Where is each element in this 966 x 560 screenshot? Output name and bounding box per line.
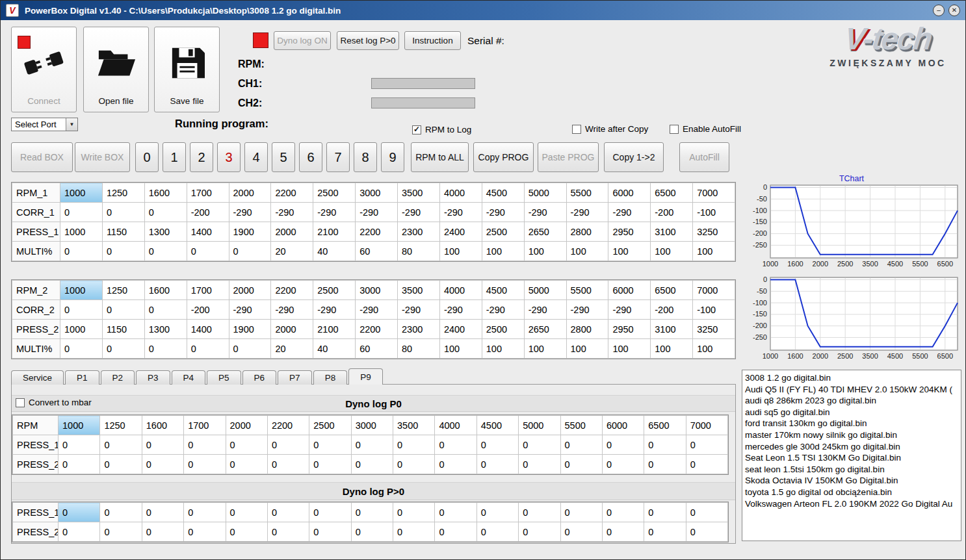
tab-p2[interactable]: P2 <box>101 370 135 385</box>
grid-cell[interactable]: 0 <box>187 242 229 261</box>
grid-cell[interactable]: 0 <box>144 300 187 320</box>
grid-cell[interactable]: 1900 <box>229 222 271 242</box>
grid-cell[interactable]: 0 <box>142 522 183 542</box>
rpm-to-log-checkbox[interactable]: RPM to Log <box>412 125 471 134</box>
grid-cell[interactable]: 7000 <box>693 183 735 203</box>
grid-cell[interactable]: 2800 <box>566 320 608 339</box>
grid-cell[interactable]: 0 <box>142 435 183 455</box>
grid-cell[interactable]: 1700 <box>187 281 229 300</box>
grid-cell[interactable]: -290 <box>356 203 398 222</box>
grid-cell[interactable]: 0 <box>229 242 271 261</box>
grid-cell[interactable]: 0 <box>560 455 602 474</box>
grid-cell[interactable]: 1000 <box>60 222 103 242</box>
program-digit-button-7[interactable]: 7 <box>326 142 350 172</box>
grid-cell[interactable]: 0 <box>184 522 226 542</box>
read-box-button[interactable]: Read BOX <box>11 142 73 172</box>
grid-cell[interactable]: 3000 <box>356 281 398 300</box>
copy-prog-button[interactable]: Copy PROG <box>473 142 534 172</box>
save-file-button[interactable]: Save file <box>154 27 220 112</box>
tab-p7[interactable]: P7 <box>278 370 312 385</box>
grid-cell[interactable]: 80 <box>398 339 440 359</box>
grid-cell[interactable]: 0 <box>519 503 560 522</box>
grid-cell[interactable]: 0 <box>602 503 644 522</box>
grid-cell[interactable]: 100 <box>608 339 651 359</box>
grid-cell[interactable]: 100 <box>608 242 651 261</box>
grid-cell[interactable]: 0 <box>644 455 686 474</box>
grid-cell[interactable]: 0 <box>267 522 309 542</box>
grid-cell[interactable]: 5500 <box>566 183 608 203</box>
grid-cell[interactable]: 0 <box>267 503 309 522</box>
grid-cell[interactable]: 40 <box>313 339 356 359</box>
grid-cell[interactable]: 1600 <box>142 416 183 435</box>
grid-cell[interactable]: 0 <box>100 455 142 474</box>
grid-cell[interactable]: 2500 <box>313 281 356 300</box>
grid-cell[interactable]: 2200 <box>267 416 309 435</box>
grid-cell[interactable]: 0 <box>100 522 142 542</box>
autofill-button[interactable]: AutoFill <box>679 142 729 172</box>
grid-cell[interactable]: 2500 <box>313 183 356 203</box>
grid-cell[interactable]: 0 <box>59 455 100 474</box>
grid-cell[interactable]: 0 <box>644 503 686 522</box>
paste-prog-button[interactable]: Paste PROG <box>538 142 599 172</box>
grid-cell[interactable]: -290 <box>482 203 524 222</box>
grid-cell[interactable]: 3500 <box>398 183 440 203</box>
grid-cell[interactable]: 0 <box>393 455 435 474</box>
tab-p9[interactable]: P9 <box>348 368 383 385</box>
tab-p3[interactable]: P3 <box>136 370 170 385</box>
grid-cell[interactable]: 1150 <box>102 222 144 242</box>
grid-cell[interactable]: 2000 <box>226 416 267 435</box>
grid-cell[interactable]: 0 <box>351 522 393 542</box>
file-list-item[interactable]: Volkswagen Arteon FL 2.0 190KM 2022 Go D… <box>742 498 961 510</box>
grid-cell[interactable]: 3000 <box>351 416 393 435</box>
grid-cell[interactable]: 40 <box>313 242 356 261</box>
grid-cell[interactable]: 1000 <box>60 183 103 203</box>
grid-cell[interactable]: 0 <box>60 242 103 261</box>
reset-log-button[interactable]: Reset log P>0 <box>337 31 399 50</box>
grid-cell[interactable]: 1600 <box>144 183 187 203</box>
grid-cell[interactable]: 0 <box>519 522 560 542</box>
grid-cell[interactable]: 2100 <box>313 320 356 339</box>
grid-cell[interactable]: 0 <box>102 339 144 359</box>
grid-cell[interactable]: 0 <box>102 300 144 320</box>
grid-cell[interactable]: 1250 <box>102 183 144 203</box>
program-digit-button-0[interactable]: 0 <box>135 142 159 172</box>
grid-cell[interactable]: 0 <box>435 503 476 522</box>
grid-cell[interactable]: -100 <box>693 300 735 320</box>
grid-cell[interactable]: 0 <box>59 522 100 542</box>
grid-cell[interactable]: 100 <box>524 242 566 261</box>
grid-cell[interactable]: 0 <box>435 522 476 542</box>
grid-cell[interactable]: 0 <box>309 503 351 522</box>
grid-cell[interactable]: 2650 <box>524 320 566 339</box>
grid-cell[interactable]: 3000 <box>356 183 398 203</box>
grid-cell[interactable]: 0 <box>184 435 226 455</box>
grid-cell[interactable]: 0 <box>100 435 142 455</box>
grid-cell[interactable]: 1900 <box>229 320 271 339</box>
file-list-item[interactable]: master 170km nowy silnik go digital.bin <box>742 429 961 441</box>
grid-cell[interactable]: 6500 <box>651 281 693 300</box>
program-digit-button-9[interactable]: 9 <box>381 142 404 172</box>
grid-cell[interactable]: 3250 <box>693 222 735 242</box>
grid-cell[interactable]: 0 <box>309 435 351 455</box>
grid-cell[interactable]: -290 <box>524 300 566 320</box>
grid-cell[interactable]: 0 <box>351 455 393 474</box>
minimize-button[interactable]: – <box>933 5 945 16</box>
grid-cell[interactable]: 100 <box>651 339 693 359</box>
grid-cell[interactable]: 5500 <box>566 281 608 300</box>
grid-cell[interactable]: -290 <box>271 203 313 222</box>
grid-cell[interactable]: 100 <box>439 339 482 359</box>
tab-p5[interactable]: P5 <box>207 370 241 385</box>
copy-1-to-2-button[interactable]: Copy 1->2 <box>604 142 664 172</box>
program-digit-button-2[interactable]: 2 <box>190 142 213 172</box>
grid-cell[interactable]: -100 <box>693 203 735 222</box>
grid-cell[interactable]: 0 <box>435 435 476 455</box>
grid-cell[interactable]: 0 <box>60 339 103 359</box>
grid-cell[interactable]: 100 <box>566 242 608 261</box>
grid-cell[interactable]: 4000 <box>435 416 476 435</box>
grid-cell[interactable]: -290 <box>566 300 608 320</box>
grid-cell[interactable]: 0 <box>267 455 309 474</box>
grid-cell[interactable]: 6000 <box>602 416 644 435</box>
grid-cell[interactable]: 0 <box>393 435 435 455</box>
grid-cell[interactable]: 0 <box>519 455 560 474</box>
grid-cell[interactable]: 0 <box>226 435 267 455</box>
file-list-item[interactable]: toyota 1.5 go digital od obciążenia.bin <box>742 487 961 498</box>
